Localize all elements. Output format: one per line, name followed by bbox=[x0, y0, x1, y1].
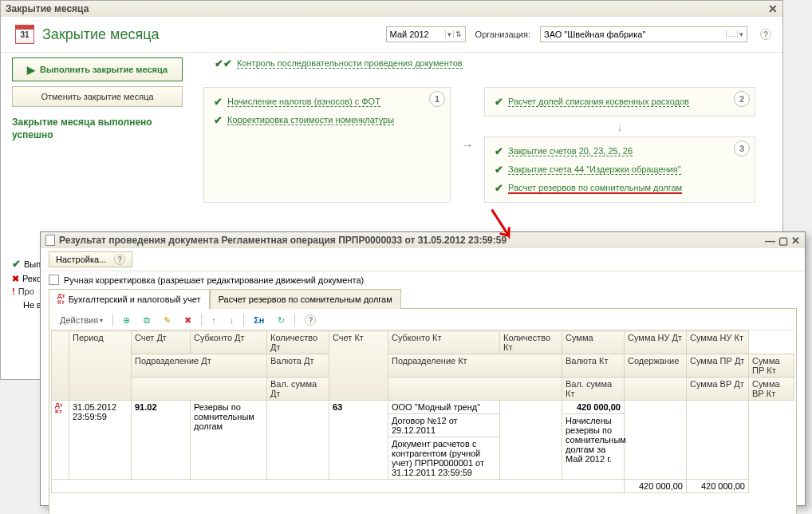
down-icon[interactable]: ↓ bbox=[224, 313, 240, 327]
step1-item2[interactable]: Корректировка стоимости номенклатуры bbox=[227, 115, 394, 125]
step1-item1[interactable]: Начисление налогов (взносов) с ФОТ bbox=[227, 97, 380, 107]
cell-acc-kt: 63 bbox=[329, 401, 388, 480]
help-icon[interactable]: ? bbox=[299, 312, 321, 328]
doc-title-bar: Результат проведения документа Регламент… bbox=[41, 232, 805, 248]
col-div-dt[interactable]: Подразделение Дт bbox=[132, 354, 267, 378]
up-icon[interactable]: ↑ bbox=[206, 313, 222, 327]
check-icon: ✔✔ bbox=[215, 57, 232, 69]
warn-icon: ! bbox=[12, 285, 15, 299]
col-sum-nu-kt[interactable]: Сумма НУ Кт bbox=[687, 331, 749, 354]
close-icon[interactable]: ✕ bbox=[791, 235, 800, 247]
tab2-label: Расчет резервов по сомнительным долгам bbox=[219, 295, 392, 304]
cancel-button[interactable]: Отменить закрытие месяца bbox=[12, 86, 183, 107]
edit-icon[interactable]: ✎ bbox=[158, 313, 176, 328]
step3-item1[interactable]: Закрытие счетов 20, 23, 25, 26 bbox=[508, 146, 633, 156]
chevron-down-icon: ▾ bbox=[445, 30, 453, 38]
success-message: Закрытие месяца выполнено успешно bbox=[12, 117, 195, 141]
col-div-kt[interactable]: Подразделение Кт bbox=[388, 354, 562, 378]
col-sum-pr-dt[interactable]: Сумма ПР Дт bbox=[687, 354, 749, 378]
check-icon: ✔ bbox=[214, 114, 223, 126]
panel-step-1: 1 ✔ Начисление налогов (взносов) с ФОТ ✔… bbox=[203, 87, 451, 203]
col-sub-dt[interactable]: Субконто Дт bbox=[191, 331, 267, 354]
close-icon[interactable]: ✕ bbox=[768, 2, 778, 15]
org-picker[interactable]: ЗАО "Швейная фабрика" … ▾ bbox=[540, 26, 747, 42]
document-icon bbox=[45, 235, 55, 246]
chevron-updown-icon: ⇅ bbox=[453, 30, 463, 38]
main-title-bar: Закрытие месяца ✕ bbox=[1, 1, 782, 17]
col-acc-kt[interactable]: Счет Кт bbox=[329, 331, 388, 401]
doc-window: Результат проведения документа Регламент… bbox=[40, 231, 806, 506]
col-sum-vr-dt[interactable]: Сумма ВР Дт bbox=[687, 378, 749, 401]
col-sum-nu-dt[interactable]: Сумма НУ Дт bbox=[625, 331, 687, 354]
col-qty-kt[interactable]: Количество Кт bbox=[500, 331, 562, 354]
check-icon: ✔ bbox=[495, 182, 503, 194]
control-link[interactable]: Контроль последовательности проведения д… bbox=[237, 58, 463, 69]
legend-area: ✔Вып ✖Реко !Про Не в bbox=[12, 256, 41, 311]
grid-toolbar: Действия▾ ⊕ ⧉ ✎ ✖ ↑ ↓ Σн ↻ ? bbox=[51, 310, 794, 330]
org-label: Организация: bbox=[475, 30, 530, 39]
tab-reserves[interactable]: Расчет резервов по сомнительным долгам bbox=[210, 289, 401, 309]
main-title-text: Закрытие месяца bbox=[6, 3, 89, 14]
step-number: 2 bbox=[734, 91, 750, 107]
col-sub-kt[interactable]: Субконто Кт bbox=[388, 331, 500, 354]
check-icon: ✔ bbox=[495, 164, 503, 176]
actions-button[interactable]: Действия▾ bbox=[54, 313, 108, 327]
manual-checkbox[interactable] bbox=[49, 275, 59, 285]
step2-item1[interactable]: Расчет долей списания косвенных расходов bbox=[508, 97, 689, 107]
col-acc-dt[interactable]: Счет Дт bbox=[132, 331, 191, 354]
step-number: 1 bbox=[429, 91, 445, 107]
delete-icon[interactable]: ✖ bbox=[179, 313, 197, 328]
help-icon[interactable]: ? bbox=[760, 29, 771, 40]
error-icon: ✖ bbox=[12, 272, 19, 286]
sigma-icon[interactable]: Σн bbox=[248, 313, 270, 327]
cell-acc-dt: 91.02 bbox=[132, 401, 191, 480]
minimize-icon[interactable]: — bbox=[765, 235, 775, 247]
tab-accounting[interactable]: ДтКт Бухгалтерский и налоговый учет bbox=[49, 289, 210, 309]
table-row[interactable]: 420 000,00 420 000,00 bbox=[52, 480, 794, 493]
step-number: 3 bbox=[734, 140, 750, 156]
step3-item2[interactable]: Закрытие счета 44 "Издержки обращения" bbox=[508, 164, 681, 175]
refresh-icon[interactable]: ↻ bbox=[272, 313, 290, 328]
check-icon: ✔ bbox=[214, 96, 223, 108]
cell-sub-kt2: Договор №12 от 29.12.2011 bbox=[388, 414, 500, 437]
dtkt-icon: ДтКт bbox=[57, 293, 65, 306]
panel-step-2: 2 ✔ Расчет долей списания косвенных расх… bbox=[484, 87, 755, 117]
col-period[interactable]: Период bbox=[69, 331, 132, 401]
check-icon: ✔ bbox=[495, 145, 503, 157]
ellipsis-icon: … bbox=[726, 30, 737, 38]
col-cur-sum-dt[interactable]: Вал. сумма Дт bbox=[267, 378, 329, 401]
execute-button[interactable]: ▶ Выполнить закрытие месяца bbox=[12, 57, 183, 81]
arrow-down-icon: ↓ bbox=[484, 120, 755, 133]
cell-period: 31.05.2012 23:59:59 bbox=[69, 401, 132, 480]
cell-desc: Начислены резервы по сомнительным долгам… bbox=[562, 414, 625, 480]
doc-title-text: Результат проведения документа Регламент… bbox=[59, 235, 507, 246]
col-sum-pr-kt[interactable]: Сумма ПР Кт bbox=[749, 354, 794, 378]
copy-icon[interactable]: ⧉ bbox=[138, 313, 156, 328]
step3-item3[interactable]: Расчет резервов по сомнительным долгам bbox=[508, 183, 682, 194]
help-icon[interactable]: ? bbox=[114, 254, 125, 265]
cell-sum-nu-dt: 420 000,00 bbox=[625, 480, 687, 493]
month-value: Май 2012 bbox=[390, 30, 445, 39]
col-desc[interactable]: Содержание bbox=[625, 354, 687, 378]
calendar-icon: 31 bbox=[15, 25, 34, 44]
cell-sum-nu-kt: 420 000,00 bbox=[687, 480, 749, 493]
month-picker[interactable]: Май 2012 ▾ ⇅ bbox=[386, 26, 466, 42]
settings-button[interactable]: Настройка... ? bbox=[49, 251, 132, 267]
table-row[interactable]: ДтКт 31.05.2012 23:59:59 91.02 Резервы п… bbox=[52, 401, 794, 414]
arrow-right-icon: → bbox=[459, 87, 476, 203]
cell-sub-dt: Резервы по сомнительным долгам bbox=[191, 401, 267, 480]
cell-sum: 420 000,00 bbox=[562, 401, 625, 414]
cell-sub-kt1: ООО "Модный тренд" bbox=[388, 401, 500, 414]
play-icon: ▶ bbox=[27, 64, 35, 76]
postings-grid[interactable]: Период Счет Дт Субконто Дт Количество Дт… bbox=[51, 330, 794, 493]
col-qty-dt[interactable]: Количество Дт bbox=[267, 331, 329, 354]
col-cur-sum-kt[interactable]: Вал. сумма Кт bbox=[562, 378, 625, 401]
add-icon[interactable]: ⊕ bbox=[117, 313, 136, 328]
col-cur-dt[interactable]: Валюта Дт bbox=[267, 354, 329, 378]
maximize-icon[interactable]: ▢ bbox=[778, 235, 788, 247]
col-sum-vr-kt[interactable]: Сумма ВР Кт bbox=[749, 378, 794, 401]
panel-step-3: 3 ✔ Закрытие счетов 20, 23, 25, 26 ✔ Зак… bbox=[484, 136, 755, 203]
col-cur-kt[interactable]: Валюта Кт bbox=[562, 354, 625, 378]
col-sum[interactable]: Сумма bbox=[562, 331, 625, 354]
check-icon: ✔ bbox=[495, 96, 503, 108]
